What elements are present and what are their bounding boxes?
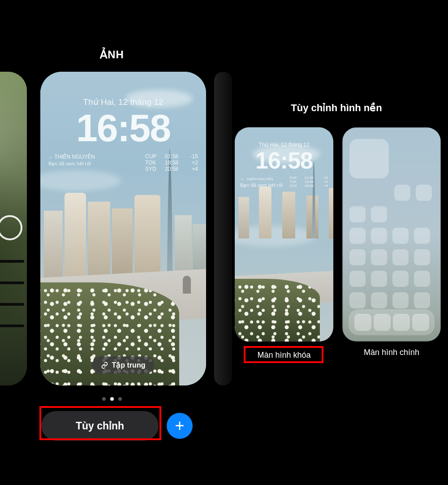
link-icon: ☼ [48,155,52,160]
home-dock [349,309,435,335]
widget-world-clock: CUP01:58-15 TOK18:58+2 SYD20:58+4 [145,153,198,172]
lockscreen-time: 16:58 [40,106,206,150]
lock-screen-preview[interactable]: Thứ Hai, 12 tháng 12 16:58 ☼THIÊN NGUYÊN… [235,127,333,342]
focus-label: Tập trung [112,361,146,369]
home-icon-grid [349,139,434,314]
wallpaper-card-current[interactable]: Thứ Hai, 12 tháng 12 16:58 ☼THIÊN NGUYÊN… [40,72,206,385]
add-wallpaper-button[interactable]: + [167,413,193,439]
gallery-title: ẢNH [0,48,224,61]
home-screen-preview[interactable] [342,127,441,342]
mini-lockscreen-time: 16:58 [235,147,333,174]
home-screen-label[interactable]: Màn hình chính [342,348,441,357]
customize-button[interactable]: Tùy chỉnh [41,411,159,441]
lockscreen-widgets: ☼THIÊN NGUYÊN Bạn đã xem hết rồi CUP01:5… [48,153,198,172]
page-indicator [0,394,224,403]
lock-screen-label[interactable]: Màn hình khóa [235,348,333,363]
mini-lockscreen-widgets: ☼THIÊN NGUYÊN Bạn đã xem hết rồi CUP01:5… [240,176,328,189]
customize-title: Tùy chỉnh hình nền [225,102,448,114]
wallpaper-card-previous[interactable] [0,72,27,385]
home-widget-placeholder [349,139,389,178]
wallpaper-gallery-panel: ẢNH Thứ Hai, 12 tháng 12 16:58 ☼THIÊN NG… [0,0,224,485]
widget-news: ☼THIÊN NGUYÊN Bạn đã xem hết rồi [48,153,95,172]
customize-wallpaper-panel: Tùy chỉnh hình nền Thứ Hai, 12 tháng 12 … [225,0,448,485]
focus-pill[interactable]: Tập trung [92,356,155,374]
link-icon [101,362,108,369]
